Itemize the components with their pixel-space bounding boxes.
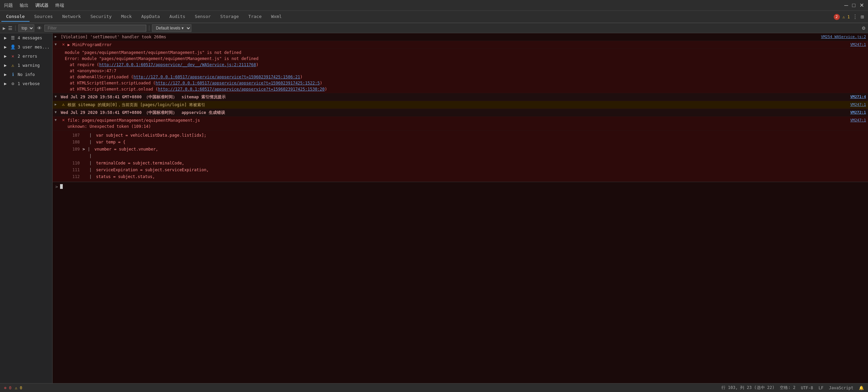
sidebar-item-all-messages[interactable]: ▶ ☰ 4 messages bbox=[0, 33, 52, 42]
status-bar: ⊗ 0 ⚠ 0 行 103, 列 23 (选中 22) 空格: 2 UTF-8 … bbox=[0, 383, 868, 392]
code-num-109: 109 bbox=[66, 146, 80, 153]
tab-wxml[interactable]: Wxml bbox=[266, 12, 286, 22]
sidebar-label-warnings: 1 warning bbox=[18, 63, 50, 68]
code-num-108: 108 bbox=[66, 139, 80, 145]
sidebar-item-errors[interactable]: ▶ ✕ 2 errors bbox=[0, 52, 52, 61]
expand-warning-icon[interactable]: ▶ bbox=[55, 102, 60, 106]
tab-bar-right: 2 ⚠ 1 ⋮ ⊞ bbox=[834, 14, 867, 20]
code-text-111: serviceExpiration = subject.serviceExpir… bbox=[96, 166, 209, 173]
code-num-110: 110 bbox=[66, 160, 80, 166]
level-select[interactable]: Default levels ▾ bbox=[152, 24, 191, 32]
menu-item-wenti[interactable]: 问题 bbox=[4, 2, 13, 8]
mini-program-detail-text: module "pages/equipmentManagement/equipm… bbox=[65, 50, 866, 92]
input-cursor[interactable] bbox=[60, 184, 63, 189]
settings-icon[interactable]: ⚙ bbox=[862, 25, 865, 31]
sidebar-item-warnings[interactable]: ▶ ⚠ 1 warning bbox=[0, 61, 52, 70]
code-line-112: 112 | status = subject.status, bbox=[66, 173, 865, 180]
date-header-2-source[interactable]: VM272:1 bbox=[850, 110, 866, 115]
filter-input[interactable] bbox=[44, 25, 146, 32]
url-require[interactable]: http://127.0.0.1:60517/appservice/__dev_… bbox=[99, 62, 256, 67]
warning-icon: ⚠ bbox=[61, 102, 66, 107]
tab-appdata[interactable]: AppData bbox=[136, 12, 165, 22]
status-bar-right: 行 103, 列 23 (选中 22) 空格: 2 UTF-8 LF JavaS… bbox=[721, 385, 864, 391]
tab-bar: Console Sources Network Security Mock Ap… bbox=[0, 11, 868, 23]
expand-file-error-icon[interactable]: ▼ bbox=[55, 118, 60, 122]
expand-date1-icon[interactable]: ▼ bbox=[55, 95, 60, 98]
expand-mini-program-icon[interactable]: ▼ bbox=[55, 42, 60, 46]
code-num-pipe bbox=[66, 153, 80, 159]
close-button[interactable]: ✕ bbox=[860, 2, 864, 8]
sidebar-item-user-messages[interactable]: ▶ 👤 3 user mes... bbox=[0, 42, 52, 52]
code-pipe-107: | bbox=[89, 132, 93, 139]
code-marker-112 bbox=[82, 173, 87, 180]
tab-audits[interactable]: Audits bbox=[165, 12, 190, 22]
expand-icon: ▶ bbox=[3, 35, 8, 40]
layout-icon[interactable]: ⊞ bbox=[861, 14, 864, 20]
expand-date2-icon[interactable]: ▼ bbox=[55, 110, 60, 114]
menu-item-tiaoshiqi[interactable]: 调试器 bbox=[35, 2, 49, 8]
violation-source[interactable]: VM254 WAService.js:2 bbox=[821, 35, 866, 39]
code-marker-107 bbox=[82, 132, 87, 139]
console-output: ▶ [Violation] 'setTimeout' handler took … bbox=[53, 33, 868, 383]
tab-sources[interactable]: Sources bbox=[30, 12, 58, 22]
tab-sensor[interactable]: Sensor bbox=[190, 12, 215, 22]
url-doWhen[interactable]: http://127.0.0.1:60517/appservice/appser… bbox=[133, 75, 300, 79]
mini-program-header-text: ▶ MiniProgramError bbox=[68, 42, 848, 48]
sidebar-label-all: 4 messages bbox=[18, 36, 50, 40]
url-onload[interactable]: http://127.0.0.1:60517/appservice/appser… bbox=[158, 87, 325, 92]
sidebar-label-user: 3 user mes... bbox=[18, 45, 50, 50]
user-sidebar-icon: 👤 bbox=[10, 44, 16, 50]
date-header-1-source[interactable]: VM271:4 bbox=[850, 95, 866, 99]
warning-source[interactable]: VM247:1 bbox=[850, 102, 866, 107]
status-bar-left: ⊗ 0 ⚠ 0 bbox=[4, 386, 22, 390]
expand-icon-3: ▶ bbox=[3, 54, 8, 59]
context-select[interactable]: top bbox=[18, 24, 34, 32]
log-line-date-header-2[interactable]: ▼ Wed Jul 29 2020 19:58:41 GMT+0800 （中国标… bbox=[53, 109, 868, 117]
expand-all-icon[interactable]: ▶ bbox=[3, 25, 5, 31]
list-icon[interactable]: ☰ bbox=[8, 25, 13, 31]
mini-program-source[interactable]: VM247:1 bbox=[850, 42, 866, 47]
info-sidebar-icon: ℹ bbox=[10, 72, 16, 77]
code-line-pipe: | bbox=[66, 153, 865, 159]
title-bar: 问题 输出 调试器 终端 ─ □ ✕ bbox=[0, 0, 868, 11]
code-pipe-108: | bbox=[89, 139, 93, 145]
sidebar-item-info[interactable]: ▶ ℹ No info bbox=[0, 70, 52, 79]
bell-icon[interactable]: 🔔 bbox=[859, 386, 864, 390]
expand-violation-icon[interactable]: ▶ bbox=[55, 35, 60, 38]
log-line-date-header-1[interactable]: ▼ Wed Jul 29 2020 19:58:41 GMT+0800 （中国标… bbox=[53, 93, 868, 101]
sidebar-item-verbose[interactable]: ▶ ⚙ 1 verbose bbox=[0, 79, 52, 88]
expand-icon-2: ▶ bbox=[3, 44, 8, 50]
menu-item-zhongduan[interactable]: 终端 bbox=[55, 2, 64, 8]
code-text-110: terminalCode = subject.terminalCode, bbox=[96, 160, 184, 166]
window-controls: ─ □ ✕ bbox=[844, 2, 864, 8]
tab-security[interactable]: Security bbox=[86, 12, 116, 22]
file-encoding: UTF-8 bbox=[801, 386, 813, 390]
tab-trace[interactable]: Trace bbox=[244, 12, 266, 22]
expand-icon-5: ▶ bbox=[3, 72, 8, 77]
error-badge[interactable]: 2 bbox=[834, 14, 840, 20]
log-line-warning: ▶ ⚠ 根据 sitemap 的规则[0]，当前页面 [pages/login/… bbox=[53, 101, 868, 109]
sidebar: ▶ ☰ 4 messages ▶ 👤 3 user mes... ▶ ✕ 2 e… bbox=[0, 33, 53, 383]
file-error-header-text: file: pages/equipmentManagement/equipmen… bbox=[68, 117, 848, 130]
menu-item-shuchu[interactable]: 输出 bbox=[20, 2, 29, 8]
restore-button[interactable]: □ bbox=[852, 2, 855, 8]
tab-mock[interactable]: Mock bbox=[116, 12, 136, 22]
eye-icon[interactable]: 👁 bbox=[37, 25, 42, 31]
tab-console[interactable]: Console bbox=[1, 12, 30, 22]
warning-badge[interactable]: ⚠ 1 bbox=[843, 15, 850, 19]
minimize-button[interactable]: ─ bbox=[844, 2, 848, 8]
gear-sidebar-icon: ⚙ bbox=[10, 81, 16, 86]
more-options-icon[interactable]: ⋮ bbox=[852, 14, 858, 20]
code-line-108: 108 | var temp = { bbox=[66, 139, 865, 145]
error-icon-file: ✕ bbox=[61, 117, 66, 122]
file-error-source[interactable]: VM247:1 bbox=[850, 118, 866, 122]
code-line-109: 109 > | vnumber = subject.vnumber, bbox=[66, 146, 865, 153]
code-pipe-111: | bbox=[89, 166, 93, 173]
tab-network[interactable]: Network bbox=[58, 12, 86, 22]
url-scriptLoaded[interactable]: http://127.0.0.1:60517/appservice/appser… bbox=[155, 81, 320, 85]
date-header-1-text: Wed Jul 29 2020 19:58:41 GMT+0800 （中国标准时… bbox=[61, 94, 848, 100]
language-mode[interactable]: JavaScript bbox=[829, 386, 853, 390]
tab-storage[interactable]: Storage bbox=[215, 12, 244, 22]
console-toolbar: ▶ ☰ top 👁 Default levels ▾ ⚙ bbox=[0, 23, 868, 33]
sidebar-label-info: No info bbox=[18, 72, 50, 77]
